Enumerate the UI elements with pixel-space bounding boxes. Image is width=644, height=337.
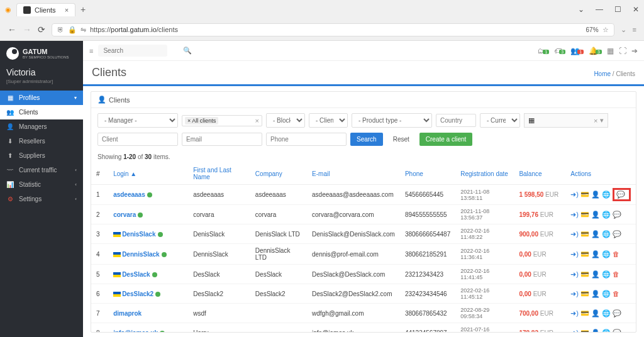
create-client-button[interactable]: Create a client (419, 133, 472, 146)
user-icon[interactable]: 👤 (591, 211, 600, 219)
reload-button[interactable]: ⟳ (38, 25, 45, 35)
sidebar-item-suppliers[interactable]: ⬆Suppliers (0, 148, 83, 163)
date-range-button[interactable]: ▦ × ▾ (524, 113, 608, 128)
globe-icon[interactable]: 🌐 (602, 329, 611, 333)
lock-icon[interactable]: 🔒 (68, 26, 77, 34)
tab-close-icon[interactable]: × (65, 6, 69, 14)
clients-multiselect[interactable]: × All clients × (182, 115, 262, 126)
sidebar-item-settings[interactable]: ⚙Settings‹ (0, 192, 83, 206)
forward-button[interactable]: → (23, 25, 31, 35)
user-icon[interactable]: 👤 (591, 290, 600, 298)
card-icon[interactable]: 💳 (580, 329, 589, 333)
pocket-icon[interactable]: ⌄ (621, 26, 626, 34)
product-type-select[interactable]: - Product type - (352, 113, 432, 128)
bookmark-icon[interactable]: ☆ (602, 26, 609, 34)
delete-icon[interactable]: 🗑 (613, 290, 619, 297)
highlighted-action[interactable]: 💬 (613, 188, 631, 201)
col-login-[interactable]: Login ▲ (108, 163, 188, 185)
phone-input[interactable] (266, 133, 347, 146)
settings-icon[interactable]: ⇋ (80, 26, 86, 34)
back-button[interactable]: ← (8, 25, 16, 35)
user-icon[interactable]: 👤 (591, 230, 600, 238)
login-icon[interactable]: ➜) (570, 230, 579, 238)
login-link[interactable]: dimaprok (113, 310, 142, 317)
zoom-level[interactable]: 67% (586, 26, 599, 33)
currency-select[interactable]: - Currency - (480, 113, 520, 128)
sidebar-item-current-traffic[interactable]: 〰Current traffic‹ (0, 163, 83, 177)
login-icon[interactable]: ➜) (570, 270, 579, 279)
login-link[interactable]: info@james.uk (113, 329, 158, 333)
tag-icon[interactable]: 🏷3 (554, 47, 565, 55)
new-tab-button[interactable]: + (80, 4, 86, 14)
login-icon[interactable]: ➜) (570, 250, 579, 258)
card-icon[interactable]: 💳 (580, 290, 589, 298)
hamburger-icon[interactable]: ≡ (89, 47, 93, 55)
col-first-and-last-name[interactable]: First and Last Name (188, 163, 250, 185)
logout-icon[interactable]: ➔ (631, 47, 638, 55)
sidebar-item-managers[interactable]: 👤Managers (0, 119, 83, 134)
login-icon[interactable]: ➜) (570, 191, 579, 199)
search-icon[interactable]: 🔍 (183, 47, 192, 55)
reset-button[interactable]: Reset (387, 133, 416, 146)
client-status-select[interactable]: - Client's stat (309, 113, 348, 128)
flag-icon[interactable]: ▦ (607, 47, 614, 55)
browser-tab[interactable]: Clients × (16, 3, 75, 16)
col-company[interactable]: Company (250, 163, 307, 185)
col-e-mail[interactable]: E-mail (307, 163, 400, 185)
col-phone[interactable]: Phone (400, 163, 455, 185)
search-input[interactable] (103, 47, 183, 54)
col--[interactable]: # (91, 163, 108, 185)
manager-select[interactable]: - Manager - (97, 113, 178, 128)
col-actions[interactable]: Actions (565, 163, 636, 185)
user-icon[interactable]: 👤 (591, 191, 600, 199)
delete-icon[interactable]: 🗑 (613, 270, 619, 278)
block-status-select[interactable]: - Block Statu: (266, 113, 305, 128)
login-link[interactable]: DenisSlack (122, 231, 155, 238)
minimize-icon[interactable]: — (596, 5, 603, 14)
bell-icon[interactable]: 🔔3 (589, 47, 602, 55)
login-link[interactable]: DesSlack2 (122, 290, 153, 297)
users-icon[interactable]: 👥1 (570, 47, 584, 55)
sidebar-item-statistic[interactable]: 📊Statistic‹ (0, 177, 83, 192)
chat-icon[interactable]: 💬 (613, 211, 621, 219)
globe-icon[interactable]: 🌐 (602, 290, 611, 298)
maximize-icon[interactable]: ☐ (614, 5, 621, 14)
globe-icon[interactable]: 🌐 (602, 191, 611, 199)
login-icon[interactable]: ➜) (570, 329, 579, 333)
login-link[interactable]: DesSlack (122, 271, 150, 278)
login-link[interactable]: corvara (113, 211, 136, 218)
card-icon[interactable]: 💳 (580, 270, 589, 279)
card-icon[interactable]: 💳 (580, 230, 589, 238)
breadcrumb-home[interactable]: Home (594, 70, 611, 77)
globe-icon[interactable]: 🌐 (602, 230, 611, 238)
delete-icon[interactable]: 🗑 (613, 250, 619, 258)
close-window-icon[interactable]: ✕ (633, 5, 639, 14)
chevron-down-icon[interactable]: ⌄ (578, 5, 584, 14)
globe-icon[interactable]: 🌐 (602, 211, 611, 219)
login-link[interactable]: DennisSlack (122, 251, 159, 258)
menu-icon[interactable]: ≡ (633, 26, 636, 33)
card-icon[interactable]: 💳 (580, 211, 589, 219)
card-icon[interactable]: 💳 (580, 191, 589, 199)
chevron-down-icon[interactable]: ▾ (600, 116, 604, 124)
shield-icon[interactable]: ⛨ (57, 26, 64, 33)
globe-icon[interactable]: 🌐 (602, 309, 611, 318)
user-icon[interactable]: 👤 (591, 270, 600, 279)
col-registration-date[interactable]: Registration date (455, 163, 514, 185)
user-icon[interactable]: 👤 (591, 250, 600, 258)
card-icon[interactable]: 💳 (580, 309, 589, 318)
col-balance[interactable]: Balance (514, 163, 565, 185)
user-icon[interactable]: 👤 (591, 309, 600, 318)
url-box[interactable]: ⛨ 🔒 ⇋ https://portal.gatum.io/clients 67… (52, 23, 614, 36)
login-icon[interactable]: ➜) (570, 290, 579, 298)
sidebar-item-profiles[interactable]: ▦Profiles▾ (0, 91, 83, 105)
search-box[interactable]: 🔍 (98, 45, 167, 57)
clear-icon[interactable]: × (255, 117, 259, 124)
login-icon[interactable]: ➜) (570, 309, 579, 318)
client-input[interactable] (97, 133, 178, 146)
chat-icon[interactable]: 💬 (616, 191, 625, 199)
chat-icon[interactable]: 💬 (613, 309, 621, 318)
search-button[interactable]: Search (350, 133, 383, 146)
sidebar-item-clients[interactable]: 👥Clients (0, 105, 83, 119)
login-icon[interactable]: ➜) (570, 211, 579, 219)
